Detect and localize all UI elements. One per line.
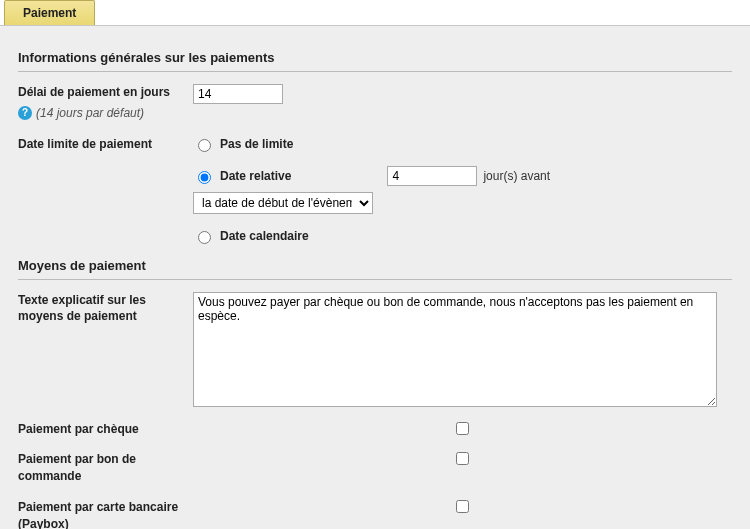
section-methods-title: Moyens de paiement	[18, 258, 732, 280]
tab-paiement[interactable]: Paiement	[4, 0, 95, 25]
label-paybox: Paiement par carte bancaire (Paybox)	[18, 499, 193, 529]
relative-days-text: jour(s) avant	[483, 169, 550, 183]
radio-no-limit[interactable]	[198, 139, 211, 152]
label-delay: Délai de paiement en jours ? (14 jours p…	[18, 84, 193, 122]
input-delay-days[interactable]	[193, 84, 283, 104]
checkbox-cheque[interactable]	[193, 422, 732, 435]
radio-calendar-label: Date calendaire	[220, 229, 309, 243]
checkbox-paybox[interactable]	[193, 500, 732, 513]
tab-bar: Paiement	[0, 0, 750, 26]
label-deadline: Date limite de paiement	[18, 136, 193, 153]
radio-relative-label: Date relative	[220, 169, 291, 183]
radio-relative[interactable]	[198, 171, 211, 184]
select-relative-ref[interactable]: la date de début de l'évènement	[193, 192, 373, 214]
hint-delay: (14 jours par défaut)	[36, 105, 144, 122]
radio-calendar[interactable]	[198, 231, 211, 244]
input-relative-days[interactable]	[387, 166, 477, 186]
panel: Informations générales sur les paiements…	[0, 26, 750, 529]
section-general-title: Informations générales sur les paiements	[18, 50, 732, 72]
checkbox-bon[interactable]	[193, 452, 732, 465]
label-cheque: Paiement par chèque	[18, 421, 193, 438]
help-icon[interactable]: ?	[18, 106, 32, 120]
label-explanatory-text: Texte explicatif sur les moyens de paiem…	[18, 292, 193, 326]
label-bon: Paiement par bon de commande	[18, 451, 193, 485]
textarea-explanatory[interactable]	[193, 292, 717, 407]
radio-no-limit-label: Pas de limite	[220, 137, 293, 151]
